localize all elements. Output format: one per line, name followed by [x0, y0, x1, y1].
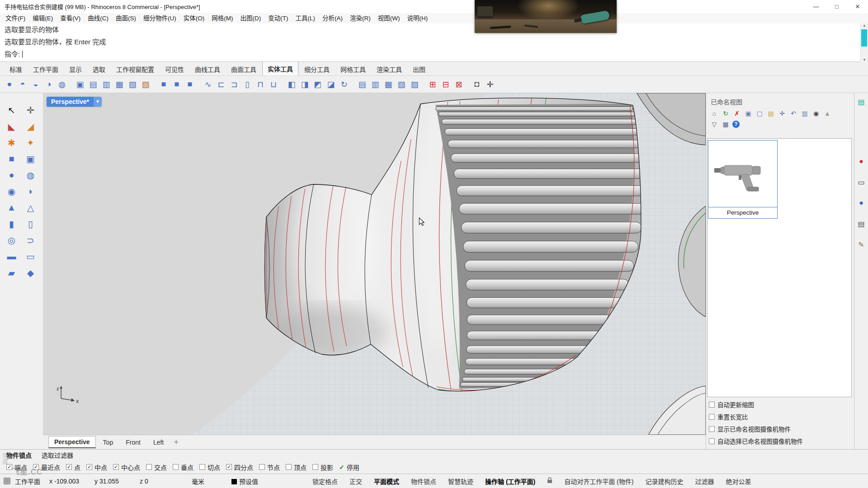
box-deform-icon[interactable]: ▧ [127, 79, 138, 90]
viewport-canvas[interactable]: z x [43, 93, 706, 435]
status-toggle-5[interactable]: 操作轴 (工作平面) [485, 477, 535, 486]
solid-panel-3-icon[interactable]: ▦ [382, 79, 394, 90]
osnap-3[interactable]: ✓中点 [86, 463, 107, 472]
gem-icon[interactable]: ◆ [23, 266, 39, 280]
boolean-difference-icon[interactable]: ◨ [299, 79, 311, 90]
move-widget-icon[interactable]: ✛ [23, 103, 39, 117]
help-icon[interactable]: ? [732, 121, 740, 128]
named-views-option-0[interactable]: 自动更新缩图 [709, 400, 803, 409]
truncated-cone-icon[interactable]: △ [23, 201, 39, 215]
osnap-9[interactable]: 节点 [259, 463, 280, 472]
boolean-intersection-icon[interactable]: ◩ [312, 79, 324, 90]
view-tab-left[interactable]: Left [148, 437, 169, 448]
menu-item-1[interactable]: 编辑(E) [29, 13, 57, 23]
refresh-thumbnail-icon[interactable]: ↻ [721, 109, 730, 118]
named-views-option-3[interactable]: 自动选择已命名视图摄像机物件 [709, 436, 803, 446]
bottom-tab-0[interactable]: 物件锁点 [6, 450, 32, 460]
toolbar-tab-3[interactable]: 选取 [88, 62, 110, 75]
menu-item-11[interactable]: 分析(A) [319, 13, 346, 23]
sphere-icon[interactable]: ● [4, 79, 15, 90]
toolbar-tab-1[interactable]: 工作平面 [28, 62, 63, 75]
toolbar-tab-7[interactable]: 曲面工具 [226, 62, 261, 75]
checkbox[interactable] [173, 464, 179, 470]
named-views-option-1[interactable]: 重置长宽比 [709, 412, 803, 421]
select-arrow-icon[interactable]: ↖ [4, 103, 20, 117]
checkbox[interactable] [709, 438, 715, 444]
viewport-title-pill[interactable]: Perspective* ▼ [47, 97, 102, 107]
stack-views-icon[interactable]: ▥ [800, 109, 809, 118]
ellipsoid-icon[interactable]: ◒ [30, 79, 42, 90]
checkbox[interactable]: ✓ [86, 464, 92, 470]
status-toggle-3[interactable]: 物件锁点 [411, 477, 436, 486]
cube-solid-2-icon[interactable]: ■ [171, 79, 183, 90]
boolean-split-icon[interactable]: ◪ [325, 79, 337, 90]
menu-item-8[interactable]: 出图(D) [237, 13, 265, 23]
sphere-icon[interactable]: ● [4, 168, 20, 182]
menu-item-2[interactable]: 查看(V) [57, 13, 84, 23]
status-toggle-2[interactable]: 平面模式 [374, 477, 399, 486]
scroll-up-icon[interactable]: ▲ [863, 23, 866, 28]
ellipsoid-3pt-icon[interactable]: ◑ [43, 79, 55, 90]
bottom-tab-1[interactable]: 选取过滤器 [42, 450, 73, 460]
cplane-button[interactable]: 工作平面 [10, 477, 45, 486]
toolbar-tab-9[interactable]: 细分工具 [299, 62, 335, 75]
collapse-panel-icon[interactable]: ▲ [823, 109, 832, 118]
viewport-menu-chevron-icon[interactable]: ▼ [94, 97, 102, 107]
checkbox[interactable] [709, 414, 715, 420]
box-alt-icon[interactable]: ▣ [23, 152, 39, 166]
menu-item-14[interactable]: 说明(H) [403, 13, 431, 23]
options-gear-icon[interactable]: ✱ [4, 136, 20, 150]
toolbar-tab-4[interactable]: 工作视窗配置 [111, 62, 159, 75]
osnap-2[interactable]: ✓点 [66, 463, 80, 472]
status-toggle-4[interactable]: 智慧轨迹 [448, 477, 473, 486]
toolbar-tab-11[interactable]: 渲染工具 [372, 62, 407, 75]
box-3pt-icon[interactable]: ▤ [87, 79, 99, 90]
toolbar-tab-10[interactable]: 网格工具 [335, 62, 371, 75]
toolbar-tab-8[interactable]: 实体工具 [262, 61, 298, 75]
grid-array-alt-icon[interactable]: ⊟ [440, 79, 452, 90]
cup-tool-icon[interactable]: ◘ [471, 79, 483, 90]
plane-solid-icon[interactable]: ▰ [4, 266, 20, 280]
menu-item-12[interactable]: 渲染(R) [346, 13, 374, 23]
status-toggle-0[interactable]: 锁定格点 [312, 477, 338, 486]
view-tab-top[interactable]: Top [98, 437, 119, 448]
sphere-fit-icon[interactable]: ◍ [56, 79, 68, 90]
osnap-11[interactable]: 投影 [312, 463, 333, 472]
plugin-box-icon[interactable]: ▨ [140, 79, 151, 90]
osnap-8[interactable]: ✓四分点 [226, 463, 253, 472]
solid-panel-2-icon[interactable]: ▥ [369, 79, 381, 90]
menu-item-5[interactable]: 细分物件(U) [140, 13, 180, 23]
status-toggle-1[interactable]: 正交 [349, 477, 362, 486]
toolbar-tab-6[interactable]: 曲线工具 [190, 62, 225, 75]
new-viewport-tab[interactable]: ✛ [171, 437, 181, 447]
paraboloid-icon[interactable]: ◗ [23, 184, 39, 198]
video-overlay[interactable] [475, 0, 617, 33]
units-button[interactable]: 毫米 [187, 477, 209, 486]
slab-icon[interactable]: ▬ [4, 249, 20, 263]
restore-view-icon[interactable]: ⌂ [710, 109, 719, 118]
menu-item-3[interactable]: 曲线(C) [84, 13, 112, 23]
extrude-tapered-icon[interactable]: ⊐ [228, 79, 240, 90]
thumbnail-mode-icon[interactable]: ▦ [721, 120, 730, 129]
named-view-thumbnail[interactable] [708, 141, 777, 207]
extrusion-icon[interactable]: ▭ [23, 249, 39, 263]
solid-panel-5-icon[interactable]: ▨ [409, 79, 420, 90]
ellipsoid-icon[interactable]: ◉ [4, 184, 20, 198]
menu-item-10[interactable]: 工具(L) [292, 13, 319, 23]
menu-item-7[interactable]: 网格(M) [208, 13, 236, 23]
box-center-icon[interactable]: ▥ [100, 79, 112, 90]
viewport-title[interactable]: Perspective* [47, 97, 94, 107]
minimize-button[interactable]: — [806, 0, 826, 13]
osnap-6[interactable]: 垂点 [173, 463, 193, 472]
menu-item-0[interactable]: 文件(F) [2, 13, 29, 23]
viewport-perspective[interactable]: z x Perspective* ▼ [43, 93, 706, 435]
filter-dropdown-icon[interactable]: ▽ [710, 120, 719, 129]
solid-panel-1-icon[interactable]: ▤ [356, 79, 368, 90]
box-icon[interactable]: ■ [4, 152, 20, 166]
checkbox[interactable] [709, 402, 715, 408]
checkbox[interactable]: ✓ [113, 464, 119, 470]
named-view-item[interactable]: Perspective [708, 140, 778, 219]
named-views-panel-icon[interactable]: ▤ [856, 96, 867, 108]
flash-tool-icon[interactable]: ✦ [23, 136, 39, 150]
folder-icon[interactable]: ▤ [766, 109, 775, 118]
